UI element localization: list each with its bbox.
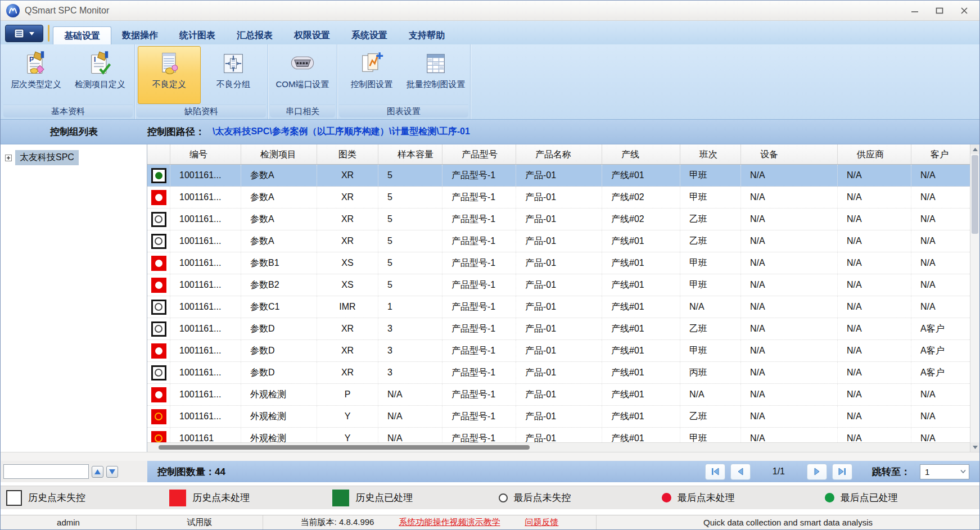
cell: XR <box>317 165 378 186</box>
ribbon-button[interactable]: I检测项目定义 <box>69 46 132 104</box>
ribbon-tab[interactable]: 权限设置 <box>283 26 341 44</box>
jump-to-select[interactable]: 1 <box>920 464 969 479</box>
cell: 1001161... <box>170 318 241 339</box>
ribbon-button[interactable]: 批量控制图设置 <box>404 46 467 104</box>
column-header[interactable] <box>147 144 170 164</box>
version-links-cell: 当前版本: 4.8.4.996 系统功能操作视频演示教学 问题反馈 <box>263 515 597 529</box>
horizontal-scrollbar[interactable] <box>147 442 970 452</box>
column-header[interactable]: 产品型号 <box>442 144 516 164</box>
last-page-button[interactable] <box>832 464 852 480</box>
tree-item-label[interactable]: 太友科技SPC <box>15 150 79 165</box>
scroll-down-button[interactable] <box>970 442 979 452</box>
table-row[interactable]: 1001161...参数C1IMR1产品型号-1产品-01产线#01N/AN/A… <box>147 296 970 318</box>
ribbon-button[interactable]: 控制图设置 <box>340 46 403 104</box>
status-bar: admin 试用版 当前版本: 4.8.4.996 系统功能操作视频演示教学 问… <box>1 515 979 529</box>
tree-filter-input[interactable] <box>3 464 89 479</box>
cell: 乙班 <box>680 406 741 427</box>
table-row[interactable]: 1001161...参数AXR5产品型号-1产品-01产线#01甲班N/AN/A… <box>147 165 970 187</box>
cell: Y <box>317 428 378 442</box>
column-header[interactable]: 编号 <box>170 144 241 164</box>
ribbon-group: 控制图设置批量控制图设置图表设置 <box>337 44 471 119</box>
first-page-button[interactable] <box>705 464 725 480</box>
control-group-list-title: 控制组列表 <box>1 125 147 138</box>
table-row[interactable]: 1001161...参数DXR3产品型号-1产品-01产线#01乙班N/AN/A… <box>147 318 970 340</box>
cell: XR <box>317 230 378 252</box>
cell: 产品型号-1 <box>442 165 516 186</box>
ribbon-tab[interactable]: 统计图表 <box>169 26 226 44</box>
move-up-button[interactable] <box>92 466 103 478</box>
cell: 产品型号-1 <box>442 296 516 318</box>
column-header[interactable]: 客户 <box>911 144 970 164</box>
column-header[interactable]: 供应商 <box>838 144 911 164</box>
column-header[interactable]: 样本容量 <box>378 144 442 164</box>
column-header[interactable]: 图类 <box>317 144 378 164</box>
table-row[interactable]: 1001161...外观检测YN/A产品型号-1产品-01产线#01乙班N/AN… <box>147 406 970 428</box>
cell: 甲班 <box>680 274 741 296</box>
video-tutorial-link[interactable]: 系统功能操作视频演示教学 <box>399 517 500 528</box>
app-window: QSmart SPC Monitor 基础设置数据操作统计图表汇总报表权限设置系… <box>0 0 980 530</box>
ribbon-group-buttons: COM端口设置 <box>268 44 337 104</box>
cell: 甲班 <box>680 187 741 208</box>
cell: N/A <box>680 296 741 318</box>
ribbon-tab[interactable]: 汇总报表 <box>226 26 283 44</box>
tree-item-root[interactable]: 太友科技SPC <box>1 150 147 165</box>
bottom-bar: 控制图数量：44 1/1 跳转至： 1 <box>1 461 979 482</box>
svg-text:I: I <box>94 56 96 64</box>
status-cell <box>147 384 170 405</box>
ribbon-group-label: 图表设置 <box>339 105 468 117</box>
table-row[interactable]: 1001161...参数DXR3产品型号-1产品-01产线#01丙班N/AN/A… <box>147 362 970 384</box>
status-cell <box>147 165 170 186</box>
column-header[interactable]: 设备 <box>741 144 838 164</box>
jump-to-value: 1 <box>920 467 958 477</box>
maximize-button[interactable] <box>934 6 945 15</box>
cell: N/A <box>838 362 911 383</box>
minimize-button[interactable] <box>910 6 920 15</box>
ribbon-tab[interactable]: 系统设置 <box>341 26 398 44</box>
prev-page-button[interactable] <box>730 464 751 480</box>
cell: 产线#01 <box>602 362 680 383</box>
status-dot <box>155 347 162 355</box>
scroll-up-button[interactable] <box>970 144 979 154</box>
cell: 5 <box>378 230 442 252</box>
vertical-scrollbar-thumb[interactable] <box>972 155 978 234</box>
table-row[interactable]: 1001161...参数DXR3产品型号-1产品-01产线#01甲班N/AN/A… <box>147 340 970 362</box>
vertical-scrollbar-track[interactable] <box>970 235 979 442</box>
ribbon-tab[interactable]: 基础设置 <box>53 26 111 44</box>
tree-expand-icon[interactable] <box>5 155 12 161</box>
ribbon-tab[interactable]: 数据操作 <box>111 26 169 44</box>
ribbon-button[interactable]: 不良定义 <box>138 46 201 104</box>
column-header[interactable]: 产线 <box>602 144 680 164</box>
ribbon-tab[interactable]: 支持帮助 <box>398 26 455 44</box>
close-button[interactable] <box>959 6 969 15</box>
horizontal-scrollbar-thumb[interactable] <box>159 445 530 450</box>
table-row[interactable]: 1001161外观检测YN/A产品型号-1产品-01产线#01甲班N/AN/AN… <box>147 428 970 442</box>
table-row[interactable]: 1001161...外观检测PN/A产品型号-1产品-01产线#01N/AN/A… <box>147 384 970 406</box>
table-row[interactable]: 1001161...参数AXR5产品型号-1产品-01产线#02甲班N/AN/A… <box>147 187 970 209</box>
vertical-scrollbar[interactable] <box>970 144 979 452</box>
cell: 参数D <box>241 340 317 361</box>
app-menu-button[interactable] <box>5 25 43 42</box>
column-header[interactable]: 班次 <box>680 144 741 164</box>
ribbon-group-label: 基本资料 <box>3 105 133 117</box>
ribbon-button[interactable]: COM端口设置 <box>271 46 334 104</box>
legend-swatch-square-red <box>169 490 186 506</box>
cell: N/A <box>838 296 911 318</box>
cell: 产品-01 <box>516 165 602 186</box>
legend-item: 最后点已处理 <box>816 491 979 504</box>
ribbon-button[interactable]: P层次类型定义 <box>4 46 67 104</box>
table-row[interactable]: 1001161...参数B2XS5产品型号-1产品-01产线#01甲班N/AN/… <box>147 274 970 296</box>
next-page-button[interactable] <box>807 464 827 480</box>
column-header[interactable]: 检测项目 <box>241 144 317 164</box>
move-down-button[interactable] <box>106 466 118 478</box>
legend-label: 历史点未失控 <box>28 491 85 504</box>
cell: N/A <box>911 187 970 208</box>
ribbon-button[interactable]: 不良分组 <box>202 46 265 104</box>
column-header[interactable]: 产品名称 <box>516 144 602 164</box>
cell: N/A <box>911 230 970 252</box>
edition-label: 试用版 <box>137 515 263 529</box>
table-row[interactable]: 1001161...参数AXR5产品型号-1产品-01产线#02乙班N/AN/A… <box>147 209 970 230</box>
table-row[interactable]: 1001161...参数AXR5产品型号-1产品-01产线#01乙班N/AN/A… <box>147 230 970 252</box>
cell: N/A <box>838 318 911 339</box>
feedback-link[interactable]: 问题反馈 <box>525 517 558 528</box>
table-row[interactable]: 1001161...参数B1XS5产品型号-1产品-01产线#01甲班N/AN/… <box>147 252 970 274</box>
